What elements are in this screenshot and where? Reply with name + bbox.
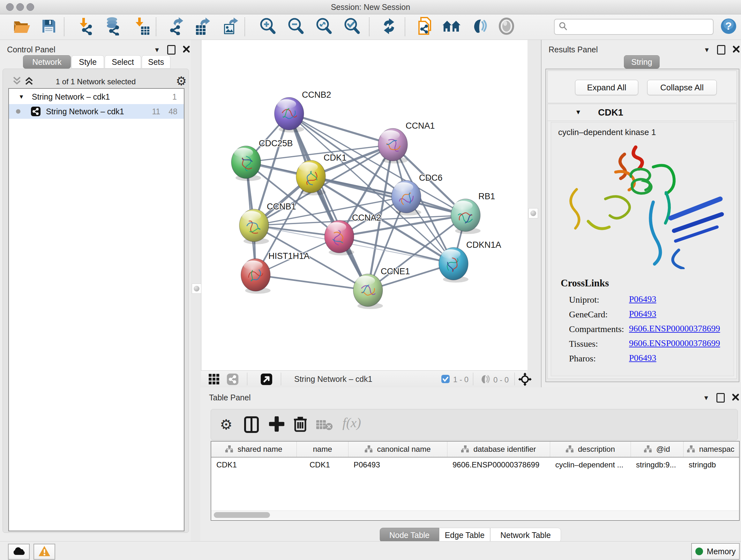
column-header-namespace[interactable]: namespac xyxy=(684,442,738,457)
control-panel: Control Panel ▼ Network Style Select Set… xyxy=(0,40,191,541)
gene-details: cyclin–dependent kinase 1 xyxy=(551,122,734,376)
column-header-name[interactable]: name xyxy=(297,442,348,457)
toolbar-divider xyxy=(247,373,247,385)
svg-text:?: ? xyxy=(725,20,732,32)
section-expander-icon[interactable]: ▼ xyxy=(575,109,582,116)
add-row-plus-icon[interactable] xyxy=(269,416,284,433)
gene-section-header[interactable]: ▼ CDK1 xyxy=(548,104,737,121)
network-edge[interactable] xyxy=(256,275,368,290)
open-session-button[interactable] xyxy=(12,17,32,37)
close-panel-icon[interactable] xyxy=(732,45,740,54)
tab-node-table[interactable]: Node Table xyxy=(380,528,439,543)
close-panel-icon[interactable] xyxy=(183,45,190,54)
zoom-in-button[interactable] xyxy=(258,17,278,37)
expand-all-button[interactable]: Expand All xyxy=(575,80,638,95)
cloud-status-button[interactable] xyxy=(8,544,30,560)
save-session-button[interactable] xyxy=(39,17,59,37)
export-image-button[interactable] xyxy=(221,17,241,37)
hidden-stats-group: 0 - 0 xyxy=(479,374,509,385)
network-list: ▼ String Network – cdk1 1 String Network… xyxy=(8,88,185,531)
grid-view-icon[interactable] xyxy=(209,374,219,386)
table-row[interactable]: CDK1 CDK1 P06493 9606.ENSP00000378699 cy… xyxy=(211,457,739,472)
import-network-database-button[interactable] xyxy=(103,17,123,37)
toolbar-divider xyxy=(281,373,281,385)
network-options-gear-icon[interactable]: ⚙ xyxy=(176,74,187,88)
network-canvas[interactable]: CCNB2CCNA1CDC25BCDK1CDC6RB1CCNB1CCNA2CDK… xyxy=(201,40,528,370)
column-header-id[interactable]: @id xyxy=(631,442,684,457)
tree-expander-icon[interactable]: ▼ xyxy=(18,94,24,100)
hide-panels-button[interactable] xyxy=(469,17,489,37)
close-panel-icon[interactable] xyxy=(732,393,739,402)
crosslink-uniprot-link[interactable]: P06493 xyxy=(629,294,657,304)
crosslink-genecard-link[interactable]: P06493 xyxy=(629,309,657,319)
show-all-panels-button[interactable] xyxy=(442,17,461,37)
toolbar-divider xyxy=(515,373,515,385)
table-hscrollbar[interactable] xyxy=(211,510,739,519)
search-icon xyxy=(558,22,567,32)
float-menu-icon[interactable]: ▼ xyxy=(154,46,160,54)
tab-select[interactable]: Select xyxy=(105,55,141,69)
crosslink-compartments-link[interactable]: 9606.ENSP00000378699 xyxy=(629,323,720,334)
delete-column-trash-icon[interactable] xyxy=(293,416,307,434)
control-panel-title: Control Panel xyxy=(7,45,55,54)
float-menu-icon[interactable]: ▼ xyxy=(703,394,710,401)
zoom-fit-button[interactable] xyxy=(314,17,334,37)
network-node-label: CCNB1 xyxy=(267,202,296,211)
tab-string[interactable]: String xyxy=(624,55,660,69)
float-menu-icon[interactable]: ▼ xyxy=(704,46,710,54)
export-table-button[interactable] xyxy=(193,17,212,37)
title-bar: Session: New Session xyxy=(0,0,741,14)
zoom-selected-button[interactable] xyxy=(342,17,362,37)
tab-network[interactable]: Network xyxy=(23,55,71,69)
table-tabs: Node Table Edge Table Network Table xyxy=(380,528,561,543)
column-header-database-identifier[interactable]: database identifier xyxy=(448,442,550,457)
right-splitter-handle[interactable] xyxy=(529,208,538,219)
refresh-view-button[interactable] xyxy=(379,17,399,37)
memory-button[interactable]: Memory xyxy=(691,543,740,560)
float-panel-icon[interactable] xyxy=(167,45,176,55)
float-panel-icon[interactable] xyxy=(717,45,725,55)
column-header-description[interactable]: description xyxy=(550,442,631,457)
crosslink-tissues-link[interactable]: 9606.ENSP00000378699 xyxy=(629,338,720,348)
search-input[interactable] xyxy=(570,22,713,32)
tab-edge-table[interactable]: Edge Table xyxy=(439,528,490,543)
hscrollbar-thumb[interactable] xyxy=(214,512,270,518)
toolbar-separator xyxy=(369,17,369,36)
zoom-out-button[interactable] xyxy=(286,17,306,37)
database-icon xyxy=(104,17,122,37)
string-view-icon[interactable] xyxy=(226,373,239,387)
zoom-out-icon xyxy=(287,17,305,37)
import-network-file-button[interactable] xyxy=(76,17,96,37)
network-edge[interactable] xyxy=(289,114,393,145)
export-network-button[interactable] xyxy=(166,17,186,37)
table-toolbar: ⚙ f(x) xyxy=(211,409,738,440)
duplicate-network-button[interactable] xyxy=(415,17,434,37)
presentation-orb-button[interactable] xyxy=(496,17,516,37)
left-splitter-handle[interactable] xyxy=(192,284,201,294)
network-edge[interactable] xyxy=(339,237,454,264)
selected-stats: 1 - 0 xyxy=(453,375,468,384)
warnings-button[interactable] xyxy=(33,544,55,560)
tab-style[interactable]: Style xyxy=(71,55,104,69)
tab-sets[interactable]: Sets xyxy=(142,55,171,69)
help-button[interactable]: ? xyxy=(719,17,738,37)
tab-network-table[interactable]: Network Table xyxy=(490,528,561,543)
collapse-all-button[interactable]: Collapse All xyxy=(647,80,717,95)
fit-content-crosshair-icon[interactable] xyxy=(518,373,532,387)
crosslink-pharos-link[interactable]: P06493 xyxy=(629,353,657,363)
float-panel-icon[interactable] xyxy=(717,393,725,402)
table-settings-gear-icon[interactable]: ⚙ xyxy=(220,416,232,433)
table-header-row: shared name name canonical name database… xyxy=(211,442,739,457)
application-window: Session: New Session xyxy=(0,0,741,560)
import-table-button[interactable] xyxy=(132,17,152,37)
zoom-in-icon xyxy=(259,17,277,37)
network-selection-status: 1 of 1 Network selected xyxy=(3,77,189,86)
network-tree-root-row[interactable]: ▼ String Network – cdk1 1 xyxy=(9,89,184,104)
column-header-canonical-name[interactable]: canonical name xyxy=(348,442,448,457)
network-tree-child-row[interactable]: String Network – cdk1 11 48 xyxy=(9,104,184,119)
network-node-label: RB1 xyxy=(478,192,495,201)
add-column-icon[interactable] xyxy=(244,416,259,434)
column-header-shared-name[interactable]: shared name xyxy=(211,442,297,457)
birdseye-view-icon[interactable] xyxy=(260,373,273,387)
network-edge[interactable] xyxy=(289,114,368,290)
